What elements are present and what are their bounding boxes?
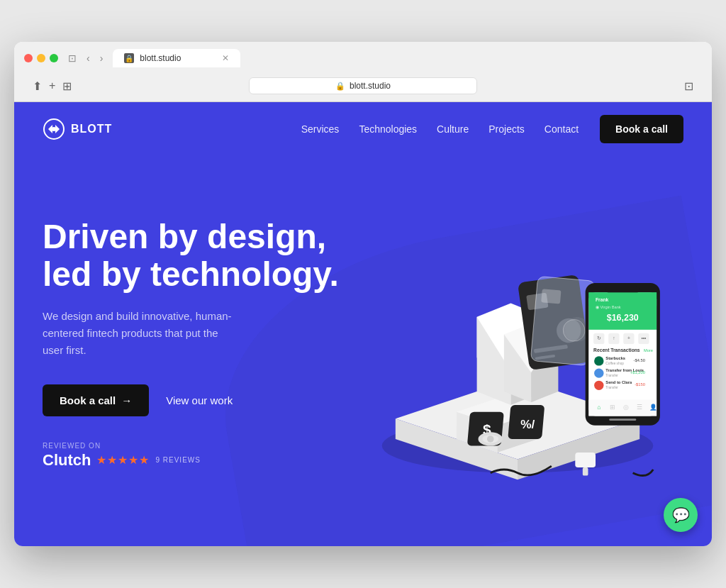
nav-projects[interactable]: Projects — [488, 123, 525, 135]
svg-text:Recent Transactions: Recent Transactions — [593, 348, 640, 353]
nav-technologies[interactable]: Technologies — [359, 123, 417, 135]
svg-text:-$4.50: -$4.50 — [634, 358, 645, 362]
hero-buttons: Book a call → View our work — [43, 384, 340, 416]
lock-icon: 🔒 — [335, 82, 345, 91]
svg-text:◉ Virgin Bank: ◉ Virgin Bank — [596, 305, 621, 309]
nav-links: Services Technologies Culture Projects C… — [301, 123, 579, 135]
svg-text:•••: ••• — [641, 335, 647, 340]
extensions-button[interactable]: ⊡ — [684, 79, 693, 93]
svg-rect-71 — [583, 467, 588, 475]
nav-services[interactable]: Services — [301, 123, 340, 135]
tab-favicon-icon: 🔒 — [124, 53, 134, 63]
svg-text:Transfer: Transfer — [605, 374, 618, 377]
sidebar-toggle-button[interactable]: ⊡ — [65, 51, 79, 65]
browser-controls: ⊡ ‹ › — [65, 51, 106, 65]
svg-text:-$150: -$150 — [635, 382, 645, 387]
clutch-stars: ★★★★★ — [96, 453, 150, 467]
svg-rect-70 — [575, 453, 596, 467]
traffic-lights — [24, 54, 58, 62]
svg-text:Transfer: Transfer — [605, 386, 618, 389]
clutch-name: Clutch — [43, 451, 91, 470]
svg-text:%/: %/ — [520, 417, 535, 431]
svg-text:$16,230: $16,230 — [607, 313, 639, 323]
hero-headline: Driven by design, led by technology. — [43, 218, 340, 294]
grid-button[interactable]: ⊞ — [62, 79, 72, 93]
new-tab-button[interactable]: + — [49, 79, 55, 92]
svg-point-52 — [594, 368, 603, 377]
svg-rect-32 — [605, 287, 640, 294]
illustration-container: $ %/ — [340, 188, 695, 500]
close-window-button[interactable] — [24, 54, 33, 62]
address-bar: ⬆ + ⊞ 🔒 blott.studio ⊡ — [24, 73, 702, 101]
clutch-reviews-count: 9 REVIEWS — [155, 456, 200, 464]
hero-illustration-svg: $ %/ — [340, 188, 695, 500]
chat-button[interactable]: 💬 — [664, 498, 698, 532]
hero-subtext: We design and build innovative, human-ce… — [43, 308, 241, 359]
nav-contact[interactable]: Contact — [544, 123, 579, 135]
svg-point-69 — [487, 436, 494, 443]
svg-text:+: + — [627, 335, 630, 340]
tab-title-text: blott.studio — [140, 53, 216, 63]
svg-point-48 — [594, 356, 603, 365]
url-text: blott.studio — [350, 81, 391, 91]
active-tab[interactable]: 🔒 blott.studio ✕ — [113, 49, 240, 67]
logo[interactable]: BLOTT — [43, 118, 112, 140]
nav-book-call-button[interactable]: Book a call — [600, 115, 683, 143]
svg-text:Starbucks: Starbucks — [605, 356, 625, 360]
svg-point-1 — [52, 127, 56, 131]
logo-text: BLOTT — [71, 123, 112, 135]
svg-text:More: More — [644, 348, 653, 353]
svg-text:◎: ◎ — [623, 404, 629, 411]
fullscreen-window-button[interactable] — [50, 54, 58, 62]
hero-view-work-button[interactable]: View our work — [166, 394, 233, 406]
browser-window: ⊡ ‹ › 🔒 blott.studio ✕ ⬆ + ⊞ 🔒 blott.stu… — [14, 42, 712, 546]
tab-bar: 🔒 blott.studio ✕ — [113, 49, 240, 67]
chat-icon: 💬 — [672, 506, 690, 523]
tab-close-button[interactable]: ✕ — [222, 53, 229, 63]
svg-text:⌂: ⌂ — [597, 404, 601, 411]
hero-text: Driven by design, led by technology. We … — [43, 218, 340, 470]
site-content: BLOTT Services Technologies Culture Proj… — [14, 102, 712, 546]
clutch-row: Clutch ★★★★★ 9 REVIEWS — [43, 451, 340, 470]
logo-icon — [43, 118, 65, 140]
svg-text:☰: ☰ — [637, 404, 642, 411]
svg-point-56 — [594, 381, 603, 390]
clutch-badge: REVIEWED ON Clutch ★★★★★ 9 REVIEWS — [43, 442, 340, 470]
clutch-reviewed-label: REVIEWED ON — [43, 442, 340, 450]
navbar: BLOTT Services Technologies Culture Proj… — [14, 102, 712, 156]
svg-text:Coffee shop: Coffee shop — [605, 362, 624, 365]
svg-text:↑: ↑ — [613, 335, 615, 340]
svg-rect-66 — [609, 418, 636, 421]
hero-section: Driven by design, led by technology. We … — [14, 156, 712, 546]
url-bar[interactable]: 🔒 blott.studio — [249, 77, 476, 94]
svg-text:⊞: ⊞ — [610, 404, 615, 411]
hero-book-call-button[interactable]: Book a call → — [43, 384, 149, 416]
browser-chrome: ⊡ ‹ › 🔒 blott.studio ✕ ⬆ + ⊞ 🔒 blott.stu… — [14, 42, 712, 102]
svg-text:Send to Clara: Send to Clara — [605, 380, 632, 384]
hero-illustration: $ %/ — [340, 184, 695, 504]
svg-text:+$1,200: +$1,200 — [630, 370, 645, 375]
minimize-window-button[interactable] — [37, 54, 45, 62]
svg-rect-27 — [541, 289, 561, 304]
nav-culture[interactable]: Culture — [437, 123, 469, 135]
svg-text:↻: ↻ — [597, 335, 601, 340]
arrow-icon: → — [121, 394, 132, 406]
forward-button[interactable]: › — [97, 51, 106, 65]
share-button[interactable]: ⬆ — [33, 79, 42, 93]
back-button[interactable]: ‹ — [84, 51, 93, 65]
svg-text:👤: 👤 — [649, 404, 657, 411]
svg-text:Frank: Frank — [596, 297, 608, 302]
